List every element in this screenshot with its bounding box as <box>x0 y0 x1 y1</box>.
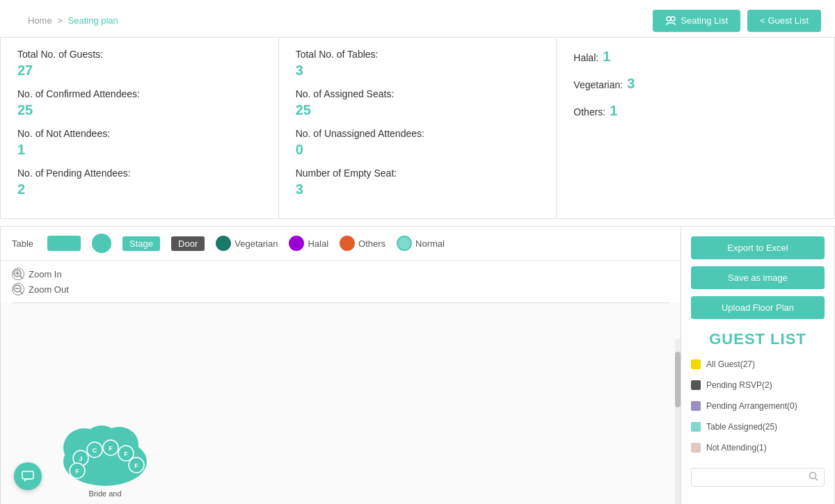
vegetarian-legend-label: Vegetarian <box>234 238 278 249</box>
canvas-area: Table Stage Door Vegetarian Halal Others <box>1 227 681 504</box>
search-input[interactable] <box>697 473 809 482</box>
all-guest-dot <box>691 359 701 369</box>
breadcrumb-current[interactable]: Seating plan <box>68 15 118 26</box>
svg-text:J: J <box>79 455 82 462</box>
seating-list-icon <box>665 15 676 26</box>
pending-label: No. of Pending Attendees: <box>17 168 262 179</box>
pending-rsvp-label: Pending RSVP(2) <box>706 380 772 390</box>
zoom-in-icon <box>12 268 24 280</box>
pending-value: 2 <box>17 181 262 197</box>
stats-col-2: Total No. of Tables: 3 No. of Assigned S… <box>279 38 557 218</box>
stats-col-1: Total No. of Guests: 27 No. of Confirmed… <box>1 38 279 218</box>
export-excel-button[interactable]: Export to Excel <box>691 236 825 259</box>
halal-value: 1 <box>603 49 610 65</box>
guest-list-title: GUEST LIST <box>691 330 825 348</box>
breadcrumb: Home > Seating plan <box>14 7 132 34</box>
main-seating-area: Table Stage Door Vegetarian Halal Others <box>0 226 835 504</box>
save-image-button[interactable]: Save as image <box>691 266 825 289</box>
pending-arrangement-dot <box>691 401 701 411</box>
confirmed-value: 25 <box>17 102 262 118</box>
others-dot <box>340 236 355 251</box>
table-legend-label: Table <box>12 238 33 249</box>
legend-bar: Table Stage Door Vegetarian Halal Others <box>1 227 681 261</box>
search-icon <box>809 471 818 481</box>
table-assigned-dot <box>691 422 701 432</box>
svg-rect-27 <box>22 471 33 479</box>
table-assigned-label: Table Assigned(25) <box>706 422 777 432</box>
stage-legend: Stage <box>122 236 160 251</box>
vegetarian-label: Vegetarian: <box>573 79 623 90</box>
table-legend-rect <box>47 236 81 251</box>
svg-text:F: F <box>124 450 128 457</box>
stats-container: Total No. of Guests: 27 No. of Confirmed… <box>0 37 835 219</box>
halal-legend-label: Halal <box>308 238 328 249</box>
total-guests-label: Total No. of Guests: <box>17 49 262 60</box>
guest-legend-pending-rsvp[interactable]: Pending RSVP(2) <box>691 380 825 390</box>
guest-legend-all[interactable]: All Guest(27) <box>691 359 825 369</box>
canvas-scrollbar[interactable] <box>675 338 681 504</box>
assigned-seats-value: 25 <box>296 102 540 118</box>
others-legend-item: Others <box>340 236 385 251</box>
guest-legend-not-attending[interactable]: Not Attending(1) <box>691 443 825 453</box>
canvas-scroll-thumb <box>675 352 681 407</box>
guest-legend-pending-arrangement[interactable]: Pending Arrangement(0) <box>691 401 825 411</box>
unassigned-label: No. of Unassigned Attendees: <box>296 128 540 139</box>
breadcrumb-home[interactable]: Home <box>28 15 52 26</box>
zoom-controls: Zoom In Zoom Out <box>1 261 681 302</box>
vegetarian-value: 3 <box>627 76 635 92</box>
not-attending-dot <box>691 443 701 453</box>
svg-line-26 <box>816 478 818 481</box>
bride-groom-table: J C F F F F Bride and <box>49 409 161 498</box>
assigned-seats-label: No. of Assigned Seats: <box>296 88 540 99</box>
confirmed-label: No. of Confirmed Attendees: <box>17 88 262 99</box>
search-bar[interactable] <box>691 468 825 487</box>
not-attending-label: No. of Not Attendees: <box>17 128 262 139</box>
empty-seat-value: 3 <box>296 181 540 197</box>
others-stat-label: Others: <box>573 106 605 117</box>
svg-text:C: C <box>93 447 97 454</box>
not-attending-label: Not Attending(1) <box>706 443 767 453</box>
search-button[interactable] <box>809 471 818 483</box>
pending-rsvp-dot <box>691 380 701 390</box>
upload-floor-button[interactable]: Upload Floor Plan <box>691 296 825 319</box>
svg-text:F: F <box>109 445 113 452</box>
svg-point-1 <box>671 17 675 21</box>
top-buttons: Seating List < Guest List <box>653 10 821 32</box>
bride-groom-cloud-svg: J C F F F F <box>49 409 161 493</box>
zoom-out-control[interactable]: Zoom Out <box>12 283 669 295</box>
halal-dot <box>289 236 304 251</box>
others-stat-value: 1 <box>610 103 617 119</box>
others-legend-label: Others <box>358 238 385 249</box>
not-attending-value: 1 <box>17 142 262 158</box>
right-panel: Export to Excel Save as image Upload Flo… <box>681 227 834 504</box>
zoom-out-label: Zoom Out <box>29 284 69 295</box>
chat-icon <box>21 469 35 483</box>
halal-legend-item: Halal <box>289 236 328 251</box>
table-circle-legend <box>92 234 111 253</box>
guest-list-button[interactable]: < Guest List <box>747 10 821 32</box>
chat-button[interactable] <box>14 462 42 490</box>
all-guest-label: All Guest(27) <box>706 359 755 369</box>
halal-label: Halal: <box>573 52 598 63</box>
zoom-in-control[interactable]: Zoom In <box>12 268 669 280</box>
normal-legend-label: Normal <box>415 238 445 249</box>
vegetarian-legend-item: Vegetarian <box>216 236 278 251</box>
stats-col-3: Halal: 1 Vegetarian: 3 Others: 1 <box>557 38 834 218</box>
normal-legend-item: Normal <box>397 236 445 251</box>
pending-arrangement-label: Pending Arrangement(0) <box>706 401 797 411</box>
guest-legend-table-assigned[interactable]: Table Assigned(25) <box>691 422 825 432</box>
door-legend: Door <box>171 236 205 251</box>
seating-list-button[interactable]: Seating List <box>653 10 740 32</box>
vegetarian-dot <box>216 236 231 251</box>
empty-seat-label: Number of Empty Seat: <box>296 168 540 179</box>
seating-canvas[interactable]: J C F F F F Bride and <box>1 303 681 504</box>
total-tables-label: Total No. of Tables: <box>296 49 540 60</box>
zoom-in-label: Zoom In <box>29 269 62 279</box>
svg-point-0 <box>667 17 671 21</box>
breadcrumb-separator: > <box>57 15 63 26</box>
svg-line-3 <box>20 276 23 279</box>
unassigned-value: 0 <box>296 142 540 158</box>
svg-point-25 <box>810 473 816 479</box>
total-tables-value: 3 <box>296 63 540 79</box>
zoom-out-icon <box>12 283 24 295</box>
